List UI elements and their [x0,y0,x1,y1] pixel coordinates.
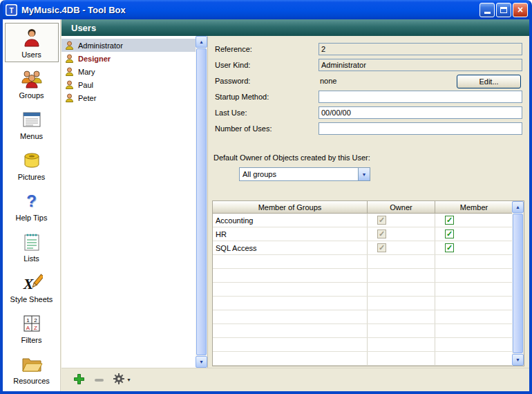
chevron-down-icon[interactable]: ▼ [358,168,370,180]
toolbox-window: T MyMusic.4DB - Tool Box × Users Groups [0,0,532,394]
remove-user-button[interactable] [95,379,104,382]
scroll-down-icon[interactable]: ▼ [196,356,207,368]
sidebar-item-style-sheets[interactable]: X Style Sheets [5,268,59,307]
sidebar-item-label: Menus [20,132,43,140]
resources-icon [20,353,44,376]
table-row[interactable]: Accounting ✓ ✓ [213,214,524,227]
reference-field: 2 [319,43,522,55]
scrollbar-thumb[interactable] [513,214,523,353]
actions-menu-button[interactable]: ▼ [113,373,131,386]
sidebar-item-groups[interactable]: Groups [5,64,59,103]
users-icon [20,26,44,50]
groups-icon [20,67,44,91]
user-row[interactable]: Mary [61,65,196,78]
group-name: SQL Access [213,241,368,254]
svg-text:X: X [22,275,34,292]
sidebar-item-label: Resources [13,377,50,385]
filters-icon: 12AZ [20,312,44,335]
empty-row [213,338,524,352]
sidebar-item-label: Groups [19,91,44,100]
group-name: HR [213,227,368,241]
scroll-up-icon[interactable]: ▲ [196,36,207,48]
lists-icon [20,230,44,254]
empty-row [213,255,524,269]
style-sheets-icon: X [20,271,44,294]
maximize-icon [500,7,507,13]
sidebar-item-pictures[interactable]: Pictures [5,145,59,185]
user-row[interactable]: Paul [61,78,196,91]
user-list-scrollbar[interactable]: ▲ ▼ [196,36,207,368]
scroll-up-icon[interactable]: ▲ [512,201,524,213]
groups-table: Member of Groups Owner Member Accounting… [212,200,524,366]
empty-row [213,269,524,283]
sidebar-item-label: Lists [23,254,39,263]
maximize-button[interactable] [496,3,511,17]
number-of-uses-input[interactable] [319,122,522,135]
sidebar-item-menus[interactable]: Menus [5,104,59,144]
sidebar-item-lists[interactable]: Lists [5,227,59,266]
minus-icon [95,379,104,382]
close-icon: × [517,4,523,15]
table-scrollbar[interactable]: ▲ ▼ [512,201,524,366]
column-header-owner[interactable]: Owner [368,201,435,213]
edit-password-button[interactable]: Edit... [457,75,521,88]
member-checkbox[interactable]: ✓ [445,243,454,252]
column-header-groups[interactable]: Member of Groups [213,201,368,213]
user-row[interactable]: Administrator [61,39,196,52]
user-name: Peter [78,94,96,102]
user-name: Mary [78,68,95,76]
scrollbar-thumb[interactable] [196,48,207,355]
sidebar-item-help-tips[interactable]: ? Help Tips [5,186,59,225]
user-kind-field: Administrator [319,59,522,71]
user-detail-form: Reference: 2 User Kind: Administrator Pa… [208,36,529,368]
password-label: Password: [215,77,250,85]
sidebar-item-label: Users [21,50,41,59]
default-owner-select[interactable]: All groups ▼ [239,167,370,181]
sidebar-item-users[interactable]: Users [5,23,59,62]
table-row[interactable]: SQL Access ✓ ✓ [213,241,524,255]
sidebar-item-label: Help Tips [16,214,48,222]
section-header: Users [61,19,529,36]
password-value: none [320,77,336,85]
help-tips-icon: ? [20,189,44,213]
sidebar-item-resources[interactable]: Resources [5,349,59,388]
empty-row [213,283,524,297]
startup-method-label: Startup Method: [215,93,269,101]
member-checkbox[interactable]: ✓ [445,216,454,225]
group-name: Accounting [213,214,368,227]
close-button[interactable]: × [513,3,528,17]
startup-method-input[interactable] [319,91,522,103]
titlebar[interactable]: T MyMusic.4DB - Tool Box × [0,0,532,19]
last-use-input[interactable] [319,106,522,119]
number-of-uses-label: Number of Uses: [215,124,272,133]
default-owner-value: All groups [240,168,358,180]
window-body: Users Groups Menus Pictures [3,19,529,391]
member-checkbox[interactable]: ✓ [445,229,454,238]
chevron-down-icon: ▼ [126,377,131,382]
reference-label: Reference: [215,45,252,53]
user-row[interactable]: Designer [61,52,196,65]
svg-text:2: 2 [34,317,37,323]
minimize-button[interactable] [479,3,495,17]
sidebar-item-label: Filters [21,336,42,344]
user-row[interactable]: Peter [61,91,196,104]
svg-text:Z: Z [34,325,37,331]
empty-row [213,310,524,324]
user-name: Administrator [78,41,123,50]
svg-text:T: T [9,6,13,14]
column-header-member[interactable]: Member [435,201,513,213]
sidebar-item-filters[interactable]: 12AZ Filters [5,308,59,348]
owner-checkbox: ✓ [377,243,386,252]
add-user-button[interactable] [73,373,85,387]
app-icon: T [6,4,17,16]
owner-checkbox: ✓ [377,229,386,238]
section-title: Users [71,23,96,33]
default-owner-label: Default Owner of Objects created by this… [213,153,370,162]
scroll-down-icon[interactable]: ▼ [512,354,524,366]
plus-icon [73,373,85,387]
sidebar-item-label: Style Sheets [10,295,53,303]
user-icon [65,67,74,76]
table-row[interactable]: HR ✓ ✓ [213,227,524,241]
window-title: MyMusic.4DB - Tool Box [21,5,479,15]
pictures-icon [20,149,44,172]
